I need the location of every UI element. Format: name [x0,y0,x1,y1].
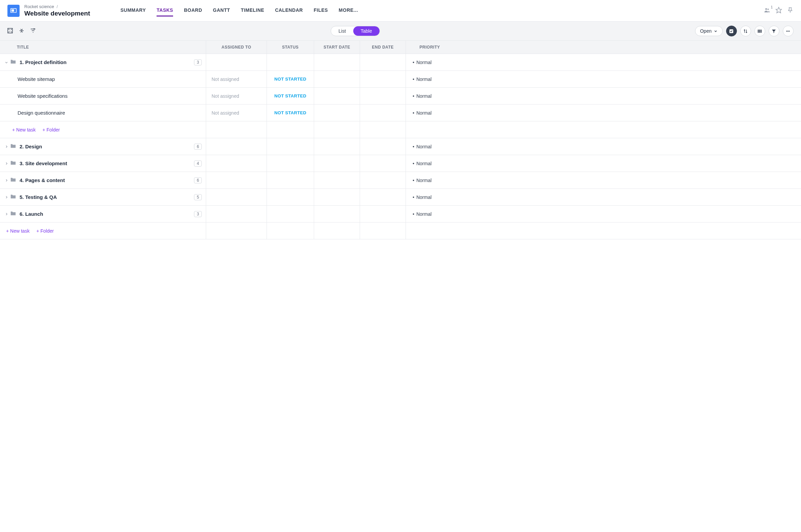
chevron-down-icon[interactable] [3,60,10,64]
members-icon[interactable]: 1 [764,7,771,15]
expand-icon[interactable] [7,28,13,34]
group-row[interactable]: 3. Site development 4 •Normal [0,155,801,172]
tab-tasks[interactable]: TASKS [157,5,173,17]
column-start-date[interactable]: START DATE [314,41,360,54]
add-row: + New task + Folder [0,223,801,240]
tab-calendar[interactable]: CALENDAR [275,5,303,17]
folder-icon [10,160,16,167]
priority-value: Normal [416,60,432,65]
tab-files[interactable]: FILES [314,5,328,17]
status-cell[interactable]: NOT STARTED [267,104,314,121]
priority-cell[interactable]: •Normal [405,88,449,104]
group-row[interactable]: 2. Design 6 •Normal [0,138,801,155]
group-row[interactable]: 1. Project definition 3 •Normal [0,54,801,71]
view-list-button[interactable]: List [331,26,353,36]
breadcrumb-area: Rocket science / Website development [24,4,90,17]
table-header: TITLE ASSIGNED TO STATUS START DATE END … [0,41,801,54]
breadcrumb[interactable]: Rocket science / [24,4,90,9]
new-task-button[interactable]: + New task [12,127,36,133]
tab-more[interactable]: MORE... [339,5,358,17]
column-status[interactable]: STATUS [267,41,314,54]
start-date-cell[interactable] [314,71,360,87]
svg-point-17 [789,31,790,32]
collapse-all-icon[interactable] [19,28,24,34]
chevron-right-icon[interactable] [3,145,10,149]
folder-icon [10,177,16,184]
status-cell[interactable]: NOT STARTED [267,71,314,87]
chevron-right-icon[interactable] [3,212,10,216]
chevron-right-icon[interactable] [3,162,10,166]
filter-list-icon[interactable] [30,28,36,34]
filter-icon[interactable] [769,26,779,36]
new-folder-button[interactable]: + Folder [42,127,60,133]
column-title[interactable]: TITLE [0,41,206,54]
new-folder-button[interactable]: + Folder [36,228,54,234]
count-badge: 6 [194,144,202,150]
svg-rect-12 [758,29,759,32]
new-task-button[interactable]: + New task [6,228,30,234]
svg-rect-1 [12,9,14,12]
svg-rect-13 [760,29,761,32]
chevron-right-icon[interactable] [3,195,10,199]
breadcrumb-separator: / [57,4,58,9]
group-row[interactable]: 6. Launch 3 •Normal [0,206,801,223]
group-title: 4. Pages & content [20,177,65,183]
task-row[interactable]: Website sitemap Not assigned NOT STARTED… [0,71,801,88]
start-date-cell[interactable] [314,88,360,104]
tab-timeline[interactable]: TIMELINE [241,5,264,17]
priority-cell[interactable]: •Normal [405,71,449,87]
count-badge: 5 [194,194,202,200]
tab-gantt[interactable]: GANTT [213,5,230,17]
column-assigned[interactable]: ASSIGNED TO [206,41,267,54]
view-table-button[interactable]: Table [353,26,379,36]
group-row[interactable]: 4. Pages & content 6 •Normal [0,172,801,189]
columns-icon[interactable] [754,26,765,36]
tab-summary[interactable]: SUMMARY [121,5,146,17]
nav-tabs: SUMMARY TASKS BOARD GANTT TIMELINE CALEN… [121,5,358,17]
tool-icons-left [7,28,36,34]
folder-icon [10,194,16,200]
end-date-cell[interactable] [360,88,405,104]
svg-point-2 [765,8,767,10]
toolbar: List Table Open [0,22,801,41]
status-cell[interactable]: NOT STARTED [267,88,314,104]
chevron-right-icon[interactable] [3,178,10,183]
count-badge: 3 [194,59,202,65]
more-icon[interactable] [783,26,794,36]
sort-icon[interactable] [740,26,751,36]
checkbox-icon[interactable] [726,26,737,36]
assigned-cell[interactable]: Not assigned [206,104,267,121]
header: Rocket science / Website development SUM… [0,0,801,22]
group-title: 3. Site development [20,160,67,166]
assigned-cell[interactable]: Not assigned [206,88,267,104]
add-row: + New task + Folder [0,121,801,138]
svg-marker-4 [776,7,782,13]
task-row[interactable]: Website specifications Not assigned NOT … [0,88,801,104]
task-row[interactable]: Design questionnaire Not assigned NOT ST… [0,104,801,121]
svg-rect-14 [761,29,762,32]
start-date-cell[interactable] [314,104,360,121]
svg-point-15 [786,31,787,32]
open-filter-dropdown[interactable]: Open [695,26,723,36]
folder-icon [10,59,16,65]
column-priority[interactable]: PRIORITY [405,41,449,54]
project-icon [7,5,20,17]
pin-icon[interactable] [787,7,794,15]
end-date-cell[interactable] [360,71,405,87]
star-icon[interactable] [775,7,782,15]
task-title: Design questionnaire [18,110,65,116]
tool-icons-right: Open [695,26,794,36]
group-title: 5. Testing & QA [20,194,57,200]
end-date-cell[interactable] [360,104,405,121]
group-row[interactable]: 5. Testing & QA 5 •Normal [0,189,801,206]
open-filter-label: Open [700,28,712,34]
svg-point-16 [788,31,789,32]
column-end-date[interactable]: END DATE [360,41,405,54]
task-title: Website sitemap [18,76,55,82]
assigned-cell[interactable]: Not assigned [206,71,267,87]
page-title: Website development [24,10,90,17]
tab-board[interactable]: BOARD [184,5,202,17]
breadcrumb-parent[interactable]: Rocket science [24,4,54,9]
priority-cell[interactable]: •Normal [405,104,449,121]
count-badge: 6 [194,177,202,184]
